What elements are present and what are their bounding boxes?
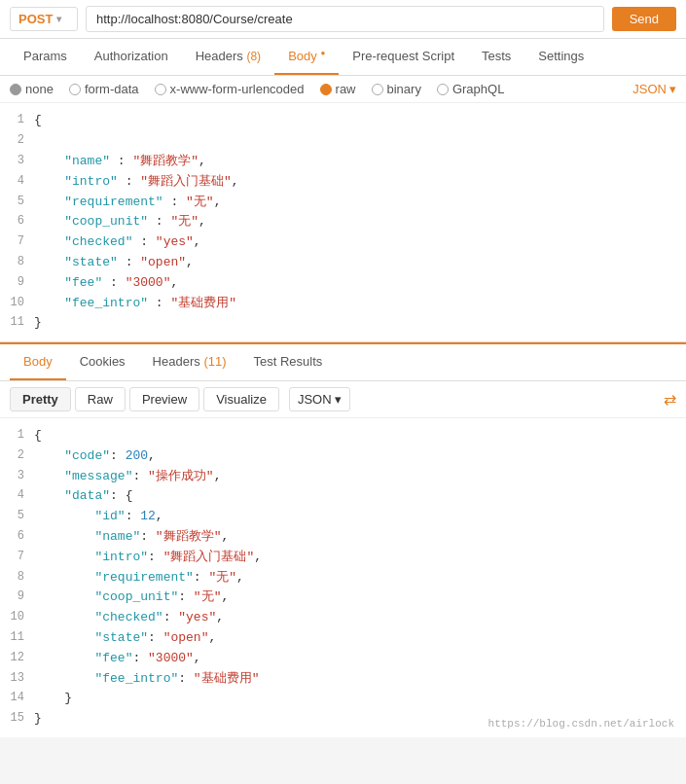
tab-tests[interactable]: Tests — [468, 39, 524, 75]
resp-line-10: 10 "checked": "yes", — [0, 608, 686, 628]
resp-tab-headers[interactable]: Headers (11) — [139, 344, 240, 380]
radio-binary — [372, 84, 383, 95]
response-tabs-row: Body Cookies Headers (11) Test Results — [0, 344, 686, 381]
req-line-1: 1 { — [0, 111, 686, 131]
view-preview[interactable]: Preview — [129, 387, 199, 411]
tab-pre-request[interactable]: Pre-request Script — [339, 39, 468, 75]
wrap-icon[interactable]: ⇄ — [664, 390, 676, 409]
resp-line-11: 11 "state": "open", — [0, 628, 686, 649]
resp-line-5: 5 "id": 12, — [0, 507, 686, 527]
req-line-10: 10 "fee_intro" : "基础费用" — [0, 294, 686, 314]
resp-json-dropdown[interactable]: JSON ▾ — [289, 387, 350, 411]
json-format-dropdown[interactable]: JSON ▾ — [632, 82, 676, 96]
resp-line-2: 2 "code": 200, — [0, 446, 686, 467]
radio-urlencoded — [155, 84, 166, 95]
radio-raw — [320, 84, 332, 95]
resp-line-4: 4 "data": { — [0, 486, 686, 507]
req-line-9: 9 "fee" : "3000", — [0, 273, 686, 294]
send-button[interactable]: Send — [612, 7, 676, 31]
method-arrow: ▾ — [56, 14, 61, 24]
opt-binary[interactable]: binary — [372, 82, 421, 96]
resp-line-8: 8 "requirement": "无", — [0, 568, 686, 588]
req-line-7: 7 "checked" : "yes", — [0, 232, 686, 253]
method-dropdown[interactable]: POST ▾ — [10, 7, 78, 31]
watermark: https://blog.csdn.net/airlock — [488, 718, 674, 730]
resp-line-9: 9 "coop_unit": "无", — [0, 588, 686, 608]
resp-tab-test-results[interactable]: Test Results — [240, 344, 337, 380]
top-bar: POST ▾ Send — [0, 0, 686, 39]
req-line-4: 4 "intro" : "舞蹈入门基础", — [0, 172, 686, 193]
radio-graphql — [437, 84, 449, 95]
req-line-3: 3 "name" : "舞蹈教学", — [0, 152, 686, 172]
resp-line-6: 6 "name": "舞蹈教学", — [0, 527, 686, 548]
opt-urlencoded[interactable]: x-www-form-urlencoded — [155, 82, 305, 96]
view-visualize[interactable]: Visualize — [203, 387, 279, 411]
req-line-5: 5 "requirement" : "无", — [0, 193, 686, 213]
opt-raw[interactable]: raw — [320, 82, 356, 96]
response-section: Body Cookies Headers (11) Test Results P… — [0, 342, 686, 737]
body-options-row: none form-data x-www-form-urlencoded raw… — [0, 76, 686, 103]
resp-line-7: 7 "intro": "舞蹈入门基础", — [0, 548, 686, 568]
view-pretty[interactable]: Pretty — [10, 387, 71, 411]
request-body-editor[interactable]: 1 { 2 3 "name" : "舞蹈教学", 4 "intro" : "舞蹈… — [0, 103, 686, 342]
request-tabs: Params Authorization Headers (8) Body ● … — [0, 39, 686, 76]
req-line-11: 11 } — [0, 313, 686, 334]
response-view-options: Pretty Raw Preview Visualize JSON ▾ ⇄ — [0, 381, 686, 418]
method-label: POST — [18, 12, 53, 26]
req-line-8: 8 "state" : "open", — [0, 253, 686, 273]
tab-authorization[interactable]: Authorization — [81, 39, 182, 75]
resp-tab-body[interactable]: Body — [10, 344, 66, 380]
resp-line-14: 14 } — [0, 689, 686, 709]
opt-graphql[interactable]: GraphQL — [437, 82, 504, 96]
url-input[interactable] — [86, 6, 604, 32]
opt-form-data[interactable]: form-data — [69, 82, 139, 96]
resp-tab-cookies[interactable]: Cookies — [66, 344, 139, 380]
view-raw[interactable]: Raw — [75, 387, 126, 411]
radio-none — [10, 84, 21, 95]
resp-line-12: 12 "fee": "3000", — [0, 649, 686, 669]
resp-line-13: 13 "fee_intro": "基础费用" — [0, 669, 686, 690]
tab-body[interactable]: Body ● — [274, 39, 339, 75]
req-line-6: 6 "coop_unit" : "无", — [0, 212, 686, 232]
tab-headers[interactable]: Headers (8) — [182, 39, 274, 75]
tab-settings[interactable]: Settings — [524, 39, 597, 75]
resp-line-3: 3 "message": "操作成功", — [0, 467, 686, 487]
resp-line-1: 1 { — [0, 426, 686, 446]
req-line-2: 2 — [0, 131, 686, 152]
response-body-code: 1 { 2 "code": 200, 3 "message": "操作成功", … — [0, 418, 686, 737]
radio-form-data — [69, 84, 81, 95]
tab-params[interactable]: Params — [10, 39, 81, 75]
opt-none[interactable]: none — [10, 82, 54, 96]
